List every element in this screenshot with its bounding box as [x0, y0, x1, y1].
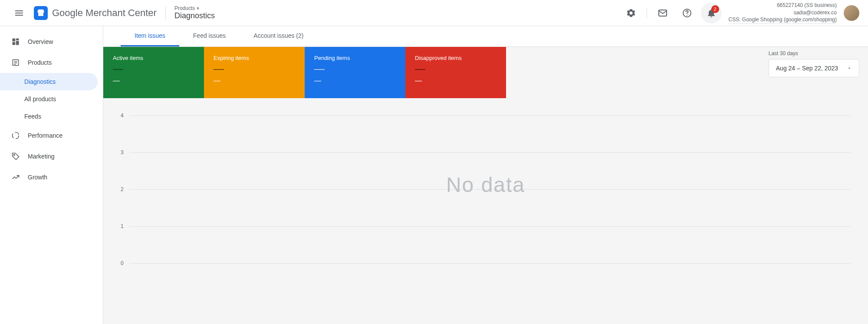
dashboard-icon [10, 36, 21, 47]
nav-label: Performance [28, 132, 62, 139]
merchant-center-icon [34, 6, 48, 20]
nav-label: Growth [28, 174, 47, 181]
main-content: Item issues Feed issues Account issues (… [103, 26, 868, 324]
chart: 4 3 2 1 0 No data [103, 116, 868, 263]
hamburger-menu-button[interactable] [9, 3, 30, 23]
content-area: Active items — Expiring items — Pending … [103, 47, 868, 324]
divider [165, 6, 166, 20]
gear-icon [626, 8, 636, 18]
card-title: Expiring items [214, 55, 295, 61]
card-value: — [415, 77, 496, 85]
breadcrumb-parent-row[interactable]: Products [174, 5, 215, 11]
nav-label: Marketing [28, 153, 54, 160]
help-button[interactable] [677, 3, 697, 23]
card-value: — [314, 77, 396, 85]
dropdown-icon [847, 66, 852, 71]
divider [647, 8, 647, 18]
card-indicator [214, 69, 224, 70]
date-range-label: Last 30 days [769, 50, 859, 56]
account-info[interactable]: 665227140 (SS business) sadia@coderex.co… [729, 2, 837, 24]
svg-point-2 [687, 15, 687, 16]
sidebar: Overview Products Diagnostics All produc… [0, 26, 103, 324]
nav-performance[interactable]: Performance [0, 125, 98, 146]
tab-item-issues[interactable]: Item issues [121, 26, 179, 46]
y-tick: 0 [121, 260, 868, 266]
card-pending-items[interactable]: Pending items — [305, 47, 405, 98]
card-value: — [113, 77, 194, 85]
list-icon [10, 57, 21, 68]
tab-feed-issues[interactable]: Feed issues [179, 26, 240, 46]
card-indicator [314, 69, 325, 70]
nav-label: Feeds [24, 113, 41, 120]
help-icon [682, 8, 692, 18]
css-info: CSS: Google Shopping (google.com/shoppin… [729, 16, 837, 24]
breadcrumb-parent: Products [174, 5, 195, 11]
tag-icon [10, 151, 21, 162]
growth-icon [10, 172, 21, 182]
nav-products[interactable]: Products [0, 52, 98, 73]
card-value: — [214, 77, 295, 85]
settings-button[interactable] [621, 3, 641, 23]
card-active-items[interactable]: Active items — [103, 47, 204, 98]
menu-icon [14, 8, 24, 18]
performance-icon [10, 130, 21, 141]
tabs: Item issues Feed issues Account issues (… [103, 26, 868, 47]
card-disapproved-items[interactable]: Disapproved items — [405, 47, 506, 98]
card-indicator [415, 69, 425, 70]
date-range-area: Last 30 days Aug 24 – Sep 22, 2023 [769, 50, 859, 77]
nav-marketing[interactable]: Marketing [0, 146, 98, 167]
nav-feeds[interactable]: Feeds [0, 108, 98, 125]
card-indicator [113, 69, 123, 70]
nav-growth[interactable]: Growth [0, 167, 98, 188]
svg-point-7 [13, 132, 19, 139]
account-email: sadia@coderex.co [729, 9, 837, 17]
nav-label: Products [28, 59, 52, 66]
tab-account-issues[interactable]: Account issues (2) [240, 26, 317, 46]
mail-button[interactable] [652, 3, 673, 23]
y-tick: 4 [121, 112, 868, 119]
nav-overview[interactable]: Overview [0, 31, 98, 52]
account-id: 665227140 (SS business) [729, 2, 837, 9]
date-range-picker[interactable]: Aug 24 – Sep 22, 2023 [769, 59, 859, 77]
status-cards: Active items — Expiring items — Pending … [103, 47, 868, 98]
nav-label: Overview [28, 38, 53, 45]
chevron-right-icon [195, 5, 201, 11]
svg-point-8 [13, 154, 15, 155]
breadcrumb: Products Diagnostics [174, 5, 215, 20]
logo-text: Google Merchant Center [52, 7, 157, 19]
nav-diagnostics[interactable]: Diagnostics [0, 73, 98, 90]
header-actions: 2 [621, 3, 722, 23]
avatar[interactable] [844, 5, 859, 21]
mail-icon [658, 8, 668, 18]
nav-label: Diagnostics [24, 78, 56, 85]
y-tick: 1 [121, 223, 868, 229]
card-title: Disapproved items [415, 55, 496, 61]
date-range-text: Aug 24 – Sep 22, 2023 [776, 65, 838, 72]
y-tick: 3 [121, 149, 868, 155]
no-data-text: No data [446, 173, 525, 197]
nav-label: All products [24, 96, 56, 102]
notification-badge: 2 [711, 5, 719, 13]
card-title: Pending items [314, 55, 396, 61]
nav-all-products[interactable]: All products [0, 90, 98, 108]
card-title: Active items [113, 55, 194, 61]
app-header: Google Merchant Center Products Diagnost… [0, 0, 868, 26]
card-expiring-items[interactable]: Expiring items — [204, 47, 305, 98]
notifications-button[interactable]: 2 [701, 3, 722, 23]
logo[interactable]: Google Merchant Center [34, 6, 157, 20]
page-title: Diagnostics [174, 11, 215, 20]
